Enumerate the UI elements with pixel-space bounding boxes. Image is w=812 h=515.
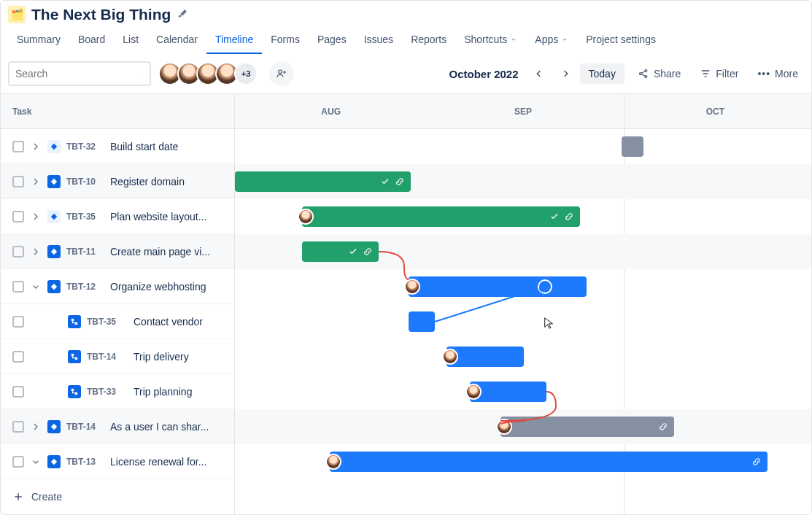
issue-type-icon: [47, 245, 61, 258]
expand-toggle[interactable]: [30, 421, 42, 433]
task-row[interactable]: TBT-14As a user I can shar...: [1, 409, 234, 444]
issue-type-icon: [47, 140, 61, 153]
timeline-bar[interactable]: [302, 206, 580, 227]
tab-summary[interactable]: Summary: [8, 28, 69, 54]
row-checkbox[interactable]: [12, 316, 24, 328]
timeline-bar[interactable]: [302, 241, 379, 262]
issue-key[interactable]: TBT-10: [66, 177, 104, 187]
timeline-bar[interactable]: [330, 452, 767, 472]
timeline-bar[interactable]: [446, 346, 524, 367]
issue-summary[interactable]: Build start date: [110, 141, 178, 152]
expand-toggle[interactable]: [30, 211, 42, 222]
row-checkbox[interactable]: [12, 351, 24, 363]
tab-board[interactable]: Board: [69, 28, 114, 54]
toolbar: +3 October 2022 Today Share Filter ••• M…: [1, 54, 811, 94]
issue-summary[interactable]: Register domain: [110, 176, 185, 187]
expand-toggle[interactable]: [30, 141, 42, 152]
issue-key[interactable]: TBT-35: [87, 317, 128, 327]
expand-toggle[interactable]: [30, 281, 42, 293]
tab-issues[interactable]: Issues: [355, 28, 402, 54]
tab-calendar[interactable]: Calendar: [147, 28, 206, 54]
tab-forms[interactable]: Forms: [262, 28, 309, 54]
issue-key[interactable]: TBT-12: [66, 282, 104, 292]
filter-icon: [700, 68, 711, 80]
more-button[interactable]: ••• More: [751, 63, 804, 84]
timeline-bar[interactable]: [622, 136, 643, 157]
task-row[interactable]: TBT-32Build start date: [1, 129, 234, 164]
expand-toggle[interactable]: [30, 176, 42, 187]
issue-key[interactable]: TBT-14: [66, 422, 104, 432]
assignee-avatar[interactable]: [404, 279, 420, 295]
task-row[interactable]: TBT-12Organize webhosting: [1, 269, 234, 304]
link-icon: [658, 422, 668, 432]
search-input[interactable]: [15, 68, 143, 80]
avatar-overflow[interactable]: +3: [234, 62, 258, 85]
assignee-avatar[interactable]: [442, 349, 458, 365]
timeline-bar[interactable]: [235, 171, 411, 192]
issue-key[interactable]: TBT-13: [66, 457, 104, 467]
timeline-bar[interactable]: [409, 311, 435, 332]
expand-toggle[interactable]: [30, 246, 42, 258]
search-box[interactable]: [8, 61, 151, 86]
tab-project-settings[interactable]: Project settings: [577, 28, 665, 54]
row-checkbox[interactable]: [12, 211, 24, 222]
tab-list[interactable]: List: [114, 28, 147, 54]
issue-summary[interactable]: Contact vendor: [134, 316, 203, 328]
issue-key[interactable]: TBT-14: [87, 352, 128, 362]
tab-reports[interactable]: Reports: [402, 28, 455, 54]
tab-timeline[interactable]: Timeline: [206, 28, 262, 54]
task-row[interactable]: TBT-35Contact vendor: [1, 304, 234, 339]
task-row[interactable]: TBT-33Trip planning: [1, 374, 234, 409]
timeline-bar[interactable]: [470, 382, 546, 402]
today-button[interactable]: Today: [580, 63, 625, 84]
filter-button[interactable]: Filter: [694, 63, 744, 84]
task-row[interactable]: TBT-14Trip delivery: [1, 339, 234, 374]
issue-summary[interactable]: Trip delivery: [134, 351, 189, 363]
filter-label: Filter: [716, 68, 738, 80]
tab-pages[interactable]: Pages: [309, 28, 355, 54]
assignee-avatar[interactable]: [298, 209, 314, 225]
avatar-stack[interactable]: +3: [158, 62, 258, 85]
share-button[interactable]: Share: [632, 63, 687, 84]
row-checkbox[interactable]: [12, 421, 24, 433]
svg-point-2: [639, 73, 641, 75]
issue-summary[interactable]: Create main page vi...: [110, 246, 210, 258]
timeline-bar[interactable]: [409, 276, 587, 297]
row-checkbox[interactable]: [12, 281, 24, 293]
task-column-header: Task: [1, 94, 234, 129]
timeline-bar[interactable]: [500, 417, 674, 437]
next-month-button[interactable]: [554, 62, 577, 85]
issue-summary[interactable]: As a user I can shar...: [110, 421, 209, 433]
issue-summary[interactable]: Trip planning: [134, 386, 192, 398]
issue-summary[interactable]: License renewal for...: [110, 456, 206, 468]
issue-key[interactable]: TBT-33: [87, 387, 128, 397]
add-people-button[interactable]: [269, 61, 294, 86]
issue-summary[interactable]: Organize webhosting: [110, 281, 206, 293]
theme-icon[interactable]: [177, 8, 190, 21]
issue-type-icon: [47, 420, 61, 433]
row-checkbox[interactable]: [12, 456, 24, 468]
tabs: SummaryBoardListCalendarTimelineFormsPag…: [8, 28, 804, 54]
task-row[interactable]: TBT-35Plan website layout...: [1, 199, 234, 234]
row-checkbox[interactable]: [12, 386, 24, 398]
row-checkbox[interactable]: [12, 141, 24, 152]
create-button[interactable]: Create: [1, 479, 234, 514]
row-checkbox[interactable]: [12, 246, 24, 258]
issue-key[interactable]: TBT-11: [66, 247, 104, 257]
assignee-avatar[interactable]: [496, 419, 512, 435]
prev-month-button[interactable]: [527, 62, 551, 85]
task-row[interactable]: TBT-13License renewal for...: [1, 444, 234, 479]
row-checkbox[interactable]: [12, 176, 24, 187]
task-row[interactable]: TBT-11Create main page vi...: [1, 234, 234, 269]
issue-key[interactable]: TBT-35: [66, 212, 104, 222]
tab-apps[interactable]: Apps: [526, 28, 577, 54]
issue-summary[interactable]: Plan website layout...: [110, 211, 206, 222]
svg-rect-5: [71, 318, 74, 320]
issue-type-icon: [47, 280, 61, 293]
task-row[interactable]: TBT-10Register domain: [1, 164, 234, 199]
issue-key[interactable]: TBT-32: [66, 142, 104, 152]
tab-shortcuts[interactable]: Shortcuts: [455, 28, 526, 54]
expand-toggle[interactable]: [30, 456, 42, 468]
assignee-avatar[interactable]: [465, 384, 482, 400]
assignee-avatar[interactable]: [325, 454, 341, 470]
